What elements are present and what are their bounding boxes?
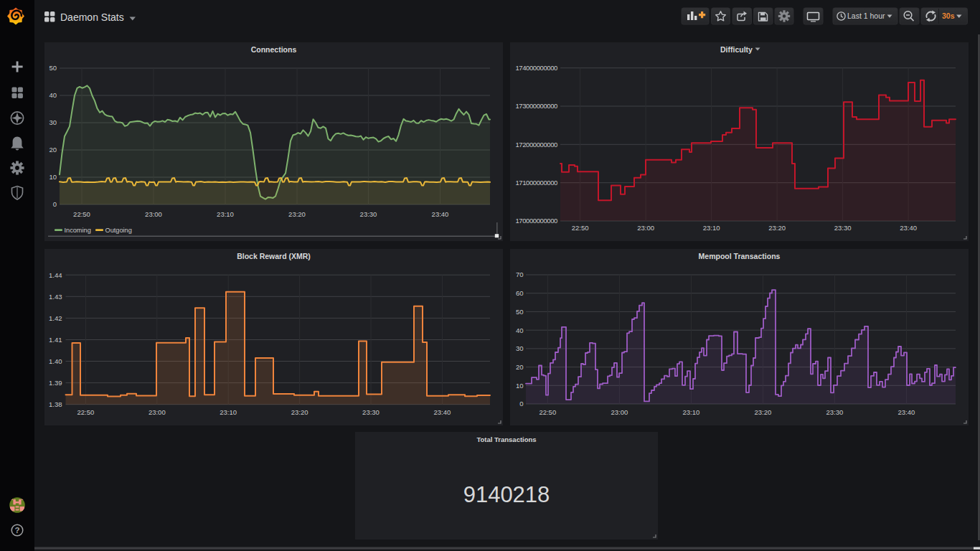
svg-text:Connections: Connections bbox=[251, 45, 297, 54]
svg-text:23:00: 23:00 bbox=[637, 224, 654, 232]
svg-text:20: 20 bbox=[49, 146, 57, 154]
svg-text:30s: 30s bbox=[942, 11, 955, 20]
svg-text:22:50: 22:50 bbox=[572, 224, 589, 232]
svg-text:Total Transactions: Total Transactions bbox=[476, 435, 536, 443]
svg-text:23:30: 23:30 bbox=[834, 224, 852, 232]
svg-text:?: ? bbox=[14, 526, 19, 534]
svg-text:23:40: 23:40 bbox=[432, 210, 449, 218]
svg-text:0: 0 bbox=[53, 200, 57, 208]
svg-text:50: 50 bbox=[516, 308, 524, 316]
svg-text:23:10: 23:10 bbox=[220, 408, 237, 416]
svg-text:70: 70 bbox=[516, 270, 524, 278]
svg-text:1.42: 1.42 bbox=[49, 314, 62, 322]
svg-text:60: 60 bbox=[516, 289, 524, 297]
svg-text:23:00: 23:00 bbox=[145, 210, 162, 218]
svg-text:172000000000: 172000000000 bbox=[515, 141, 557, 149]
svg-text:10: 10 bbox=[49, 173, 57, 181]
svg-text:Daemon Stats: Daemon Stats bbox=[60, 11, 124, 23]
svg-text:40: 40 bbox=[49, 91, 57, 99]
svg-text:Block Reward (XMR): Block Reward (XMR) bbox=[237, 252, 311, 260]
svg-text:174000000000: 174000000000 bbox=[515, 64, 557, 72]
svg-text:23:20: 23:20 bbox=[291, 408, 308, 416]
svg-text:Last 1 hour: Last 1 hour bbox=[847, 11, 885, 20]
svg-text:9140218: 9140218 bbox=[463, 482, 550, 507]
svg-text:23:30: 23:30 bbox=[360, 210, 377, 218]
svg-text:Mempool Transactions: Mempool Transactions bbox=[699, 252, 781, 260]
svg-text:50: 50 bbox=[49, 64, 57, 72]
svg-text:22:50: 22:50 bbox=[73, 210, 90, 218]
svg-text:30: 30 bbox=[516, 344, 524, 352]
svg-text:0: 0 bbox=[519, 400, 523, 408]
svg-text:Incoming: Incoming bbox=[65, 227, 91, 234]
svg-text:1.38: 1.38 bbox=[49, 400, 62, 408]
svg-text:23:40: 23:40 bbox=[900, 224, 917, 232]
svg-text:22:50: 22:50 bbox=[539, 408, 556, 416]
svg-text:23:20: 23:20 bbox=[768, 224, 786, 232]
svg-text:23:10: 23:10 bbox=[703, 224, 720, 232]
svg-text:30: 30 bbox=[49, 118, 57, 126]
svg-text:23:00: 23:00 bbox=[149, 408, 166, 416]
svg-text:23:40: 23:40 bbox=[898, 408, 915, 416]
svg-text:1.43: 1.43 bbox=[49, 293, 62, 301]
svg-text:23:10: 23:10 bbox=[217, 210, 234, 218]
svg-text:171000000000: 171000000000 bbox=[515, 179, 557, 187]
svg-text:1.39: 1.39 bbox=[49, 379, 62, 387]
svg-text:22:50: 22:50 bbox=[77, 408, 95, 416]
svg-text:10: 10 bbox=[516, 382, 524, 390]
svg-text:1.40: 1.40 bbox=[49, 357, 62, 365]
svg-text:170000000000: 170000000000 bbox=[515, 217, 557, 225]
svg-text:40: 40 bbox=[516, 326, 524, 334]
svg-text:23:30: 23:30 bbox=[826, 408, 844, 416]
svg-text:Difficulty: Difficulty bbox=[720, 45, 753, 54]
svg-text:1.44: 1.44 bbox=[49, 271, 62, 279]
svg-text:1.41: 1.41 bbox=[49, 336, 62, 344]
svg-text:23:10: 23:10 bbox=[683, 408, 700, 416]
svg-text:23:30: 23:30 bbox=[362, 408, 380, 416]
svg-text:23:20: 23:20 bbox=[288, 210, 306, 218]
svg-text:Outgoing: Outgoing bbox=[105, 227, 132, 234]
svg-text:23:00: 23:00 bbox=[611, 408, 628, 416]
svg-text:23:20: 23:20 bbox=[755, 408, 772, 416]
svg-text:173000000000: 173000000000 bbox=[515, 102, 557, 110]
svg-text:23:40: 23:40 bbox=[434, 408, 451, 416]
svg-text:20: 20 bbox=[516, 363, 524, 371]
